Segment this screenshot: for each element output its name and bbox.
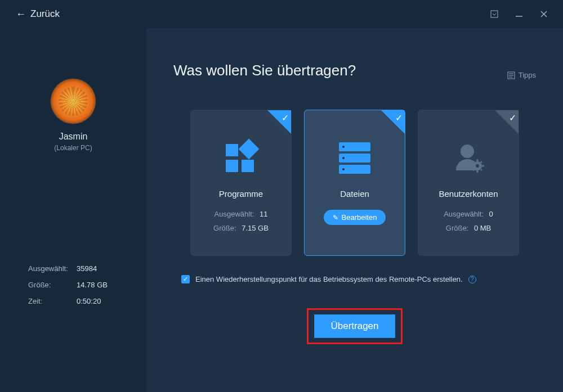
user-gear-icon (448, 133, 489, 183)
stat-time-label: Zeit: (28, 297, 72, 305)
edit-label: Bearbeiten (342, 213, 377, 222)
card-files-title: Dateien (340, 189, 369, 199)
stat-time-value: 0:50:20 (77, 297, 101, 305)
help-icon[interactable]: ? (468, 276, 476, 283)
svg-point-16 (342, 157, 345, 159)
tipps-link[interactable]: Tipps (507, 71, 536, 79)
tipps-icon (507, 71, 515, 79)
card-programs-selected-corner: ✓ (267, 110, 291, 134)
card-accounts-selected-corner: ✓ (495, 110, 519, 134)
svg-line-24 (473, 161, 474, 163)
card-programs-info: Ausgewählt: 11 Größe: 7.15 GB (213, 208, 269, 235)
check-icon: ✓ (509, 112, 516, 123)
main-panel: Was wollen Sie übertragen? Tipps ✓ (146, 28, 563, 392)
svg-rect-8 (226, 144, 238, 156)
card-programs[interactable]: ✓ Programme Ausgewählt: 11 (190, 110, 292, 256)
check-icon: ✓ (395, 112, 403, 123)
restore-point-label: Einen Wiederherstellungspunkt für das Be… (195, 275, 463, 283)
avatar (51, 79, 96, 124)
card-files[interactable]: ✓ Dateien ✎ Bearbeiten (304, 110, 405, 256)
card-accounts-info: Ausgewählt: 0 Größe: 0 MB (444, 208, 493, 235)
restore-point-checkbox[interactable]: ✓ (181, 275, 190, 283)
apps-icon (221, 133, 261, 183)
svg-line-26 (481, 161, 482, 163)
svg-rect-11 (239, 139, 260, 160)
card-accounts-title: Benutzerkonten (439, 189, 498, 199)
titlebar: ← Zurück (0, 0, 563, 28)
pc-name: Jasmin (59, 132, 88, 142)
stat-selected-label: Ausgewählt: (28, 264, 72, 273)
stat-size-value: 14.78 GB (77, 281, 108, 289)
selection-cards: ✓ Programme Ausgewählt: 11 (173, 110, 536, 256)
back-label: Zurück (30, 8, 60, 20)
svg-point-28 (476, 164, 479, 168)
svg-line-27 (473, 169, 474, 170)
back-button[interactable]: ← Zurück (16, 8, 60, 20)
svg-point-15 (342, 146, 345, 148)
tipps-label: Tipps (519, 71, 536, 79)
restore-point-row: ✓ Einen Wiederherstellungspunkt für das … (173, 275, 536, 283)
svg-rect-10 (242, 160, 254, 172)
sidebar-stats: Ausgewählt: 35984 Größe: 14.78 GB Zeit: … (0, 264, 146, 392)
check-icon: ✓ (282, 112, 289, 123)
edit-icon: ✎ (333, 214, 338, 222)
transfer-highlight: Übertragen (307, 308, 402, 344)
card-files-selected-corner: ✓ (381, 110, 405, 134)
page-title: Was wollen Sie übertragen? (173, 62, 356, 79)
svg-rect-0 (491, 11, 498, 17)
card-programs-title: Programme (219, 189, 263, 199)
card-accounts[interactable]: ✓ (418, 110, 519, 256)
storage-icon (334, 133, 375, 183)
svg-point-17 (342, 168, 345, 170)
edit-files-button[interactable]: ✎ Bearbeiten (324, 210, 386, 225)
stat-selected-value: 35984 (77, 264, 97, 273)
pc-role: (Lokaler PC) (54, 144, 92, 152)
minimize-button[interactable] (507, 0, 531, 28)
transfer-button[interactable]: Übertragen (314, 314, 395, 338)
dropdown-button[interactable] (482, 0, 507, 28)
svg-rect-9 (226, 160, 238, 172)
svg-line-25 (481, 169, 482, 170)
stat-size-label: Größe: (28, 281, 72, 289)
close-button[interactable] (531, 0, 556, 28)
sidebar: Jasmin (Lokaler PC) Ausgewählt: 35984 Gr… (0, 28, 146, 392)
svg-point-18 (461, 145, 474, 158)
back-arrow-icon: ← (16, 9, 26, 19)
